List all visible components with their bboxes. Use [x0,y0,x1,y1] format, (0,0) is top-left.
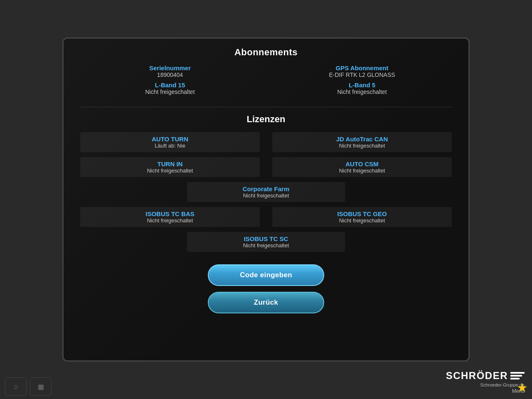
isobus-tc-geo-value: Nicht freigeschaltet [277,217,447,224]
jd-autotrac-item: JD AutoTrac CAN Nicht freigeschaltet [272,132,452,152]
lband5-item: L-Band 5 Nicht freigeschaltet [272,81,452,95]
zuruck-button[interactable]: Zurück [208,292,324,313]
serielnummer-item: Serielnummer 18900404 [80,64,260,78]
logo-line: SCHRÖDER [446,370,525,382]
auto-turn-value: Läuft ab: Nie [85,143,255,149]
serielnummer-value: 18900404 [80,71,260,78]
corporate-farm-value: Nicht freigeschaltet [192,192,340,199]
schroeder-website: Schroeder-Gruppe.de [446,382,525,387]
auto-csm-value: Nicht freigeschaltet [277,167,447,174]
auto-turn-label: AUTO TURN [85,135,255,143]
turn-in-value: Nicht freigeschaltet [85,167,255,174]
lband5-value: Nicht freigeschaltet [272,89,452,95]
isobus-tc-sc-label: ISOBUS TC SC [192,235,340,242]
bottom-nav: ⌂ ▦ [5,377,52,396]
auto-csm-label: AUTO CSM [277,160,447,167]
auto-turn-item: AUTO TURN Läuft ab: Nie [80,132,260,152]
isobus-tc-bas-value: Nicht freigeschaltet [85,217,255,224]
gps-abo-item: GPS Abonnement E-DIF RTK L2 GLONASS [272,64,452,78]
schroeder-menu[interactable]: Menü [446,388,525,394]
turn-in-item: TURN IN Nicht freigeschaltet [80,157,260,177]
screen: Abonnements Serielnummer 18900404 GPS Ab… [62,37,470,362]
isobus-tc-geo-item: ISOBUS TC GEO Nicht freigeschaltet [272,207,452,227]
logo-stripe-1 [510,372,525,374]
abonnements-title: Abonnements [234,47,298,58]
code-eingeben-button[interactable]: Code eingeben [208,264,324,286]
divider-1 [80,107,452,107]
outer-frame: Abonnements Serielnummer 18900404 GPS Ab… [0,0,532,399]
isobus-tc-sc-value: Nicht freigeschaltet [192,242,340,249]
corporate-farm-label: Corporate Farm [192,185,340,192]
licenses-grid: AUTO TURN Läuft ab: Nie JD AutoTrac CAN … [80,132,452,254]
isobus-tc-bas-item: ISOBUS TC BAS Nicht freigeschaltet [80,207,260,227]
isobus-tc-sc-item: ISOBUS TC SC Nicht freigeschaltet [187,232,345,252]
corporate-farm-item: Corporate Farm Nicht freigeschaltet [187,182,345,202]
isobus-tc-bas-label: ISOBUS TC BAS [85,210,255,217]
subscriptions-grid: Serielnummer 18900404 GPS Abonnement E-D… [80,64,452,95]
lizenzen-title: Lizenzen [247,114,286,125]
auto-csm-item: AUTO CSM Nicht freigeschaltet [272,157,452,177]
lband15-item: L-Band 15 Nicht freigeschaltet [80,81,260,95]
lband5-label: L-Band 5 [272,81,452,89]
logo-stripe-2 [510,375,522,377]
star-icon[interactable]: ★ [517,380,528,395]
turn-in-label: TURN IN [85,160,255,167]
lband15-label: L-Band 15 [80,81,260,89]
nav-icon-map[interactable]: ▦ [30,377,52,396]
gps-abo-value: E-DIF RTK L2 GLONASS [272,71,452,78]
logo-stripe-3 [510,378,520,379]
logo-stripes [510,372,525,379]
lband15-value: Nicht freigeschaltet [80,89,260,95]
jd-autotrac-value: Nicht freigeschaltet [277,143,447,149]
isobus-tc-geo-label: ISOBUS TC GEO [277,210,447,217]
schroeder-brand: SCHRÖDER [446,370,508,382]
gps-abo-label: GPS Abonnement [272,64,452,71]
buttons-section: Code eingeben Zurück [80,264,452,313]
nav-icon-home[interactable]: ⌂ [5,377,27,396]
serielnummer-label: Serielnummer [80,64,260,71]
jd-autotrac-label: JD AutoTrac CAN [277,135,447,143]
